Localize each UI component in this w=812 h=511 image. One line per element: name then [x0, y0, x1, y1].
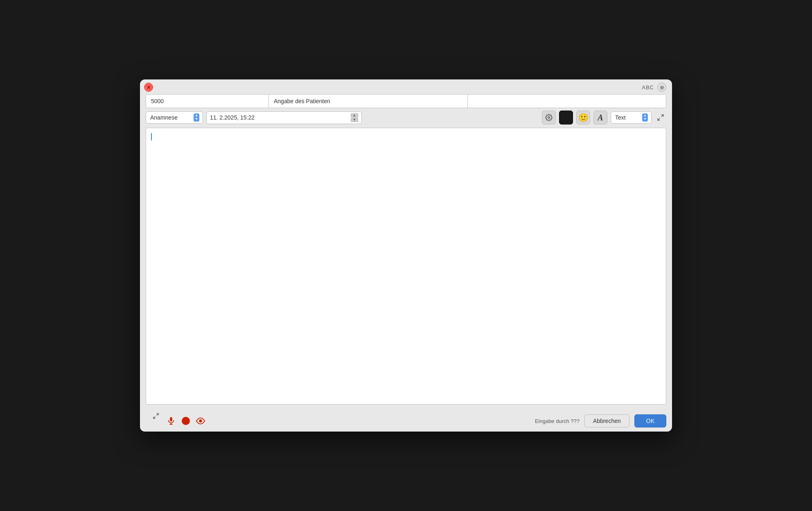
- close-button[interactable]: ✕: [144, 83, 153, 92]
- svg-rect-5: [170, 417, 172, 421]
- id-field[interactable]: 5000: [146, 95, 269, 108]
- empty-field[interactable]: [468, 95, 666, 108]
- stepper-up-btn[interactable]: ▲: [351, 113, 358, 118]
- info-button[interactable]: ⊕: [657, 83, 666, 92]
- bottom-bar: Eingabe durch ??? Abbrechen OK: [140, 410, 672, 432]
- category-select-text: Anamnese: [150, 114, 191, 121]
- stepper-down-btn[interactable]: ▼: [351, 118, 358, 122]
- arrow-down-icon: ▼: [195, 118, 198, 121]
- svg-point-0: [548, 117, 550, 119]
- text-editor[interactable]: [146, 128, 666, 405]
- text-style-arrows[interactable]: ▲ ▼: [642, 113, 648, 122]
- top-right-controls: ABC ⊕: [642, 83, 666, 92]
- bottom-left-controls: [155, 414, 207, 427]
- emoji-button[interactable]: 🙂: [576, 111, 590, 124]
- eingabe-label: Eingabe durch ???: [535, 418, 580, 424]
- record-button[interactable]: [182, 417, 190, 425]
- category-select[interactable]: Anamnese ▲ ▼: [146, 111, 203, 124]
- datetime-text: 11. 2.2025, 15:22: [210, 114, 348, 121]
- svg-line-3: [153, 416, 156, 418]
- window-top-bar: ✕ ABC ⊕: [140, 79, 672, 93]
- svg-line-4: [156, 414, 158, 416]
- color-swatch-button[interactable]: [559, 111, 573, 124]
- abc-label: ABC: [642, 84, 654, 90]
- bottom-right-controls: Eingabe durch ??? Abbrechen OK: [535, 414, 666, 427]
- text-style-text: Text: [615, 114, 640, 121]
- eye-button[interactable]: [194, 414, 207, 427]
- datetime-stepper[interactable]: ▲ ▼: [351, 113, 358, 122]
- main-window: ✕ ABC ⊕ 5000 Angabe des Patienten Anamne…: [140, 79, 672, 432]
- text-style-arrow-down-icon: ▼: [643, 118, 647, 121]
- main-content: 5000 Angabe des Patienten Anamnese ▲ ▼ 1…: [140, 94, 672, 410]
- toolbar-row: Anamnese ▲ ▼ 11. 2.2025, 15:22 ▲ ▼: [146, 111, 666, 124]
- bottom-expand-button[interactable]: [151, 412, 160, 421]
- svg-line-1: [661, 115, 663, 117]
- category-select-arrows[interactable]: ▲ ▼: [194, 113, 199, 122]
- window-controls: ✕: [144, 83, 153, 92]
- svg-point-8: [199, 420, 202, 422]
- svg-line-2: [658, 118, 660, 120]
- text-style-select[interactable]: Text ▲ ▼: [611, 111, 652, 124]
- expand-button[interactable]: [655, 112, 666, 123]
- font-button[interactable]: A: [593, 111, 607, 124]
- microphone-button[interactable]: [165, 414, 178, 427]
- top-fields-row: 5000 Angabe des Patienten: [146, 94, 666, 108]
- settings-button[interactable]: [542, 111, 556, 124]
- cursor: [151, 133, 152, 140]
- datetime-field[interactable]: 11. 2.2025, 15:22 ▲ ▼: [206, 111, 362, 124]
- abbrechen-button[interactable]: Abbrechen: [584, 414, 629, 427]
- ok-button[interactable]: OK: [634, 414, 666, 427]
- title-field[interactable]: Angabe des Patienten: [269, 95, 468, 108]
